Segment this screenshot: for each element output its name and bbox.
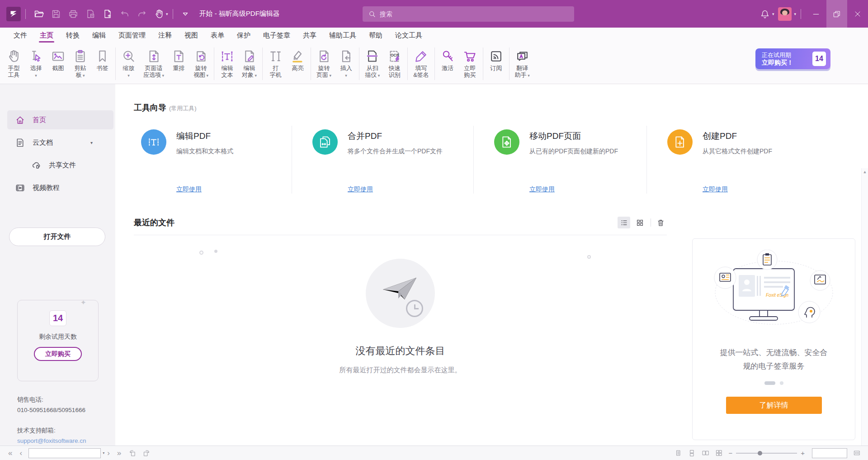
menu-共享[interactable]: 共享 [297,28,323,43]
activate-button[interactable]: 激活 [437,47,459,72]
hand-tool-button[interactable]: 手型工具 [3,47,25,79]
open-folder-icon[interactable] [30,5,47,23]
clipboard-button[interactable]: 剪贴板 ▾ [69,47,91,80]
from-scanner-button[interactable]: 从扫描仪 ▾ [361,47,383,80]
redo-icon[interactable] [133,5,151,23]
foxit-logo-icon[interactable] [6,7,21,21]
quick-ocr-button[interactable]: OCR快速识别 [383,47,406,79]
last-page-button[interactable]: » [113,449,125,457]
print-icon[interactable] [65,5,82,23]
buy-now-button[interactable]: 立即购买 [34,347,82,361]
menu-转换[interactable]: 转换 [60,28,86,43]
typewriter-button[interactable]: 打字机 [264,47,287,79]
edit-object-button[interactable]: 编辑对象 ▾ [238,47,260,80]
buy-now-button[interactable]: 立即购买 [459,47,481,79]
bookmark-button[interactable]: 书签 [91,47,113,72]
grid-view-icon[interactable] [633,217,646,228]
menu-注释[interactable]: 注释 [152,28,178,43]
menu-编辑[interactable]: 编辑 [86,28,112,43]
scroll-up-arrow-icon[interactable]: ▲ [862,170,868,174]
insert-button[interactable]: 插入▾ [335,47,357,80]
restore-button[interactable] [826,0,847,28]
continuous-view-icon[interactable] [686,448,698,459]
subscribe-button[interactable]: 订阅 [485,47,507,72]
menu-论文工具[interactable]: 论文工具 [389,28,429,43]
translate-assistant-button[interactable]: 翻译助手 ▾ [511,47,533,80]
sidebar-item-home[interactable]: 首页 [7,110,113,129]
fit-width-icon[interactable] [851,448,863,459]
open-file-button[interactable]: 打开文件 [9,228,105,246]
create-pdf-use-now-link[interactable]: 立即使用 [703,185,728,194]
carousel-dots[interactable] [764,381,783,385]
rotate-view-button[interactable]: 旋转视图 ▾ [190,47,212,80]
page-number-box[interactable]: ▾ [28,448,101,458]
edit-pdf-use-now-link[interactable]: 立即使用 [176,185,202,194]
menu-电子签章[interactable]: 电子签章 [257,28,297,43]
trial-badge[interactable]: 正在试用期 立即购买！ 14 [755,48,830,69]
single-page-view-icon[interactable] [672,448,684,459]
zoom-value-box[interactable] [812,448,847,458]
hand-tool-icon[interactable] [151,5,168,23]
page-number-input[interactable] [29,450,103,456]
first-page-button[interactable]: « [5,449,16,457]
zoom-out-button[interactable]: − [725,449,736,457]
menu-视图[interactable]: 视图 [178,28,204,43]
select-button[interactable]: 选择▾ [25,47,47,80]
fill-sign-button[interactable]: 填写&签名 [410,47,433,79]
list-view-icon[interactable] [618,217,630,228]
carousel-dot-active[interactable] [764,381,775,385]
close-button[interactable] [847,0,868,28]
sidebar-item-cloud-docs[interactable]: 云文档▾ [7,133,113,152]
new-page-icon[interactable] [99,5,116,23]
highlight-button[interactable]: 高亮 [287,47,309,72]
reflow-button[interactable]: 重排 [168,47,190,72]
rotate-pages-button[interactable]: 旋转页面 ▾ [313,47,335,80]
card-title: 编辑PDF [176,130,233,142]
clipboard-label: 剪贴 [75,65,86,71]
page-fit-options-button[interactable]: 页面适应选项 ▾ [140,47,168,80]
menu-辅助工具[interactable]: 辅助工具 [323,28,363,43]
menu-保护[interactable]: 保护 [231,28,257,43]
search-input[interactable] [380,10,574,18]
menu-表单[interactable]: 表单 [204,28,231,43]
user-avatar[interactable] [774,0,796,28]
ribbon-toggle-icon[interactable] [178,5,193,23]
learn-more-button[interactable]: 了解详情 [726,397,822,414]
zoom-slider[interactable] [736,450,797,457]
rotate-right-icon[interactable] [140,448,152,459]
delete-recent-icon[interactable] [654,217,667,228]
continuous-facing-view-icon[interactable] [713,448,725,459]
avatar-caret-icon[interactable]: ▾ [794,12,796,16]
facing-view-icon[interactable] [699,448,711,459]
vertical-scrollbar[interactable]: ▲ [861,168,868,460]
expand-caret-icon[interactable]: ▾ [90,140,93,145]
menu-帮助[interactable]: 帮助 [363,28,389,43]
sidebar-item-video-tutorials[interactable]: 视频教程 [7,178,113,197]
edit-text-button[interactable]: 编辑文本 [216,47,238,79]
zoom-slider-thumb[interactable] [758,451,762,455]
menu-文件[interactable]: 文件 [7,28,33,43]
move-pdf-pages-use-now-link[interactable]: 立即使用 [529,185,555,194]
minimize-button[interactable] [806,0,826,28]
hand-tool-caret-icon[interactable]: ▾ [166,12,168,16]
search-box[interactable] [363,6,574,22]
card-description: 从已有的PDF页面创建新的PDF [529,147,618,156]
zoom-in-button[interactable]: + [797,449,808,457]
save-icon[interactable] [47,5,65,23]
menu-页面管理[interactable]: 页面管理 [112,28,152,43]
merge-pdf-use-now-link[interactable]: 立即使用 [348,185,373,194]
rotate-left-icon[interactable] [127,448,138,459]
notifications-bell-icon[interactable] [756,0,774,28]
export-page-icon[interactable] [82,5,99,23]
merge-pdf-icon [312,129,338,155]
menu-主页[interactable]: 主页 [33,28,60,43]
next-page-button[interactable]: › [104,449,113,457]
zoom-button[interactable]: 缩放▾ [118,47,140,80]
undo-icon[interactable] [116,5,133,23]
sidebar-item-shared-files[interactable]: 共享文件 [24,156,113,175]
support-email-link[interactable]: support@foxitsoftware.cn [17,436,86,446]
carousel-dot[interactable] [780,381,783,385]
translate-assistant-label: 翻译 [516,65,528,71]
prev-page-button[interactable]: ‹ [16,449,26,457]
snapshot-button[interactable]: 截图 [47,47,69,72]
